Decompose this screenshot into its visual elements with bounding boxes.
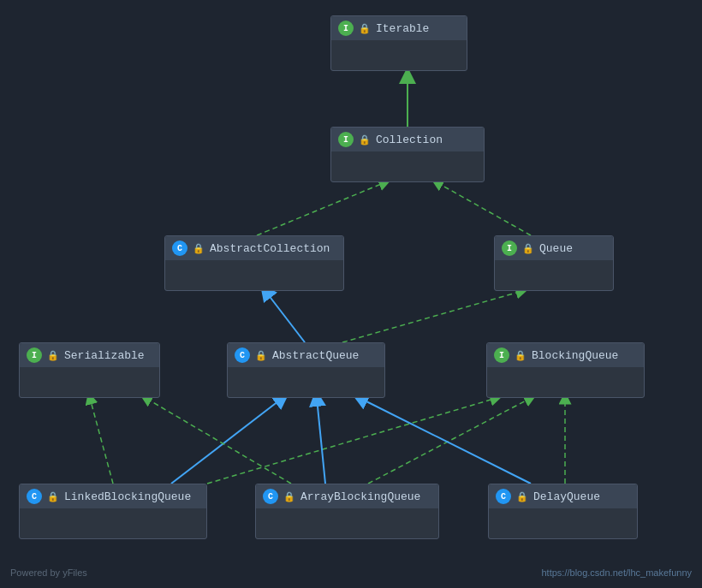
node-linkedblockingqueue[interactable]: C 🔒 LinkedBlockingQueue — [19, 484, 207, 539]
node-arrayblockingqueue-body — [256, 508, 438, 538]
badge-delayqueue: C — [496, 489, 511, 504]
diagram-container: I 🔒 Iterable I 🔒 Collection C 🔒 Abstract… — [0, 0, 702, 588]
svg-line-14 — [360, 398, 531, 484]
watermark-right: https://blog.csdn.net/lhc_makefunny — [542, 567, 693, 578]
node-blockingqueue[interactable]: I 🔒 BlockingQueue — [486, 342, 645, 398]
node-arrayblockingqueue-header: C 🔒 ArrayBlockingQueue — [256, 484, 438, 508]
watermark-left: Powered by yFiles — [10, 567, 87, 578]
label-collection: Collection — [376, 134, 443, 146]
label-delayqueue: DelayQueue — [533, 490, 600, 503]
node-arrayblockingqueue[interactable]: C 🔒 ArrayBlockingQueue — [255, 484, 439, 539]
node-iterable-header: I 🔒 Iterable — [331, 16, 467, 40]
node-abstractcollection-body — [165, 260, 343, 290]
badge-blockingqueue: I — [494, 347, 509, 363]
node-linkedblockingqueue-body — [20, 508, 206, 538]
lock-icon-blockingqueue: 🔒 — [515, 350, 526, 361]
badge-serializable: I — [27, 347, 42, 363]
node-delayqueue[interactable]: C 🔒 DelayQueue — [488, 484, 638, 539]
badge-abstractqueue: C — [235, 347, 250, 363]
label-queue: Queue — [539, 242, 573, 255]
node-iterable[interactable]: I 🔒 Iterable — [330, 15, 467, 71]
node-serializable[interactable]: I 🔒 Serializable — [19, 342, 160, 398]
node-blockingqueue-body — [487, 367, 644, 397]
svg-line-5 — [437, 182, 531, 235]
label-arrayblockingqueue: ArrayBlockingQueue — [300, 490, 420, 503]
svg-line-8 — [90, 398, 113, 484]
label-abstractqueue: AbstractQueue — [272, 349, 359, 362]
lock-icon-delayqueue: 🔒 — [516, 491, 528, 502]
lock-icon-arrayblockingqueue: 🔒 — [283, 491, 295, 502]
node-collection-header: I 🔒 Collection — [331, 128, 484, 151]
node-queue[interactable]: I 🔒 Queue — [494, 235, 614, 291]
node-collection[interactable]: I 🔒 Collection — [330, 127, 485, 182]
badge-queue: I — [502, 241, 517, 256]
label-linkedblockingqueue: LinkedBlockingQueue — [64, 490, 191, 503]
svg-line-12 — [317, 398, 325, 484]
label-iterable: Iterable — [376, 22, 429, 35]
badge-abstractcollection: C — [172, 241, 187, 256]
node-serializable-header: I 🔒 Serializable — [20, 343, 159, 367]
node-blockingqueue-header: I 🔒 BlockingQueue — [487, 343, 644, 367]
node-linkedblockingqueue-header: C 🔒 LinkedBlockingQueue — [20, 484, 206, 508]
lock-icon-iterable: 🔒 — [359, 23, 371, 34]
label-blockingqueue: BlockingQueue — [532, 349, 618, 362]
lock-icon-queue: 🔒 — [522, 243, 534, 254]
node-queue-header: I 🔒 Queue — [495, 236, 613, 260]
svg-line-6 — [265, 291, 305, 342]
node-abstractcollection[interactable]: C 🔒 AbstractCollection — [164, 235, 344, 291]
node-collection-body — [331, 151, 484, 181]
node-abstractqueue[interactable]: C 🔒 AbstractQueue — [227, 342, 385, 398]
node-iterable-body — [331, 40, 467, 70]
svg-line-13 — [368, 398, 531, 484]
lock-icon-serializable: 🔒 — [47, 350, 59, 361]
svg-line-10 — [207, 398, 497, 484]
lock-icon-abstractcollection: 🔒 — [193, 243, 205, 254]
lock-icon-abstractqueue: 🔒 — [255, 350, 267, 361]
node-abstractqueue-body — [228, 367, 384, 397]
svg-line-4 — [257, 182, 385, 235]
node-queue-body — [495, 260, 613, 290]
node-abstractcollection-header: C 🔒 AbstractCollection — [165, 236, 343, 260]
badge-linkedblockingqueue: C — [27, 489, 42, 504]
badge-iterable: I — [338, 21, 354, 36]
node-delayqueue-header: C 🔒 DelayQueue — [489, 484, 637, 508]
svg-line-11 — [146, 398, 291, 484]
badge-arrayblockingqueue: C — [263, 489, 278, 504]
badge-collection: I — [338, 132, 354, 147]
node-delayqueue-body — [489, 508, 637, 538]
svg-line-9 — [171, 398, 283, 484]
lock-icon-linkedblockingqueue: 🔒 — [47, 491, 59, 502]
node-abstractqueue-header: C 🔒 AbstractQueue — [228, 343, 384, 367]
svg-line-7 — [342, 291, 522, 342]
lock-icon-collection: 🔒 — [359, 134, 371, 146]
label-abstractcollection: AbstractCollection — [210, 242, 330, 255]
node-serializable-body — [20, 367, 159, 397]
label-serializable: Serializable — [64, 349, 145, 362]
